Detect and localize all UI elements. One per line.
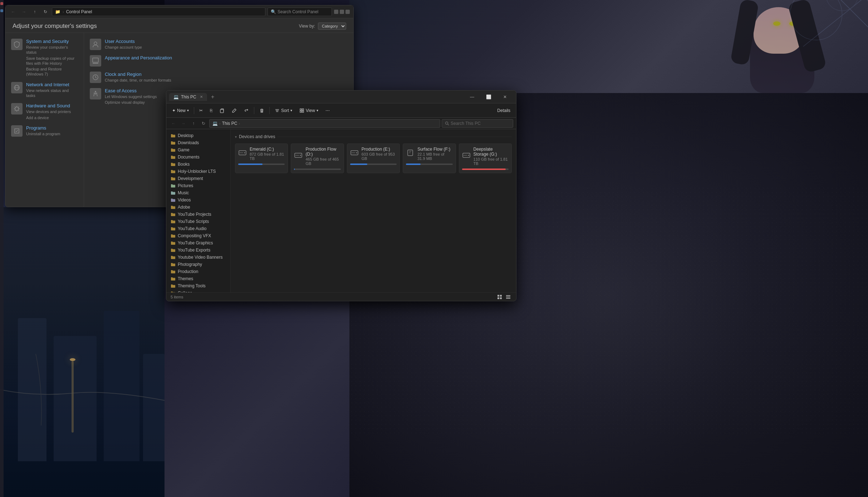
view-button[interactable]: View ▾ (296, 107, 321, 114)
search-icon: 🔍 (271, 9, 276, 14)
more-button[interactable]: ⋯ (323, 107, 333, 114)
sidebar-item-youtube-graphics[interactable]: YouTube Graphics (166, 239, 230, 247)
system-security-desc1: Review your computer's status (26, 45, 78, 55)
fe-search-box[interactable]: Search This PC (442, 119, 513, 128)
sidebar-item-videos[interactable]: Videos (166, 196, 230, 204)
sidebar-item-books[interactable]: Books (166, 161, 230, 168)
sidebar-item-youtube-audio[interactable]: YouTube Audio (166, 225, 230, 232)
svg-rect-40 (506, 298, 510, 299)
sidebar-item-game[interactable]: Game (166, 146, 230, 154)
folder-icon (171, 140, 176, 145)
delete-icon (259, 108, 264, 113)
view-icon (299, 108, 304, 113)
fe-maximize-button[interactable]: ⬜ (480, 91, 497, 103)
sidebar-item-youtube-scripts[interactable]: YouTube Scripts (166, 218, 230, 225)
viewby-label: View by: (299, 24, 315, 29)
cut-button[interactable]: ✂ (196, 107, 206, 114)
minimize-button[interactable] (334, 10, 338, 14)
copy-button[interactable]: ⎘ (207, 107, 215, 114)
fe-address-bar[interactable]: 💻 › This PC › (209, 119, 440, 128)
network-title[interactable]: Network and Internet (26, 82, 78, 87)
sidebar-item-compositing-vfx[interactable]: Compositing VFX (166, 232, 230, 239)
programs-icon (11, 125, 23, 137)
sidebar-item-downloads[interactable]: Downloads (166, 139, 230, 146)
sidebar-item-youtube-exports[interactable]: YouTube Exports (166, 247, 230, 254)
sidebar-item-documents[interactable]: Documents (166, 154, 230, 161)
cp-address-bar[interactable]: 📁 › Control Panel (52, 8, 265, 16)
sidebar-item-holy-unblocker-lts[interactable]: Holy-Unblocker LTS (166, 168, 230, 175)
drive-item-emerald--c--[interactable]: Emerald (C:) 872 GB free of 1.81 TB (235, 143, 288, 173)
new-tab-button[interactable]: + (209, 93, 216, 101)
system-security-desc3: Backup and Restore (Windows 7) (26, 67, 78, 77)
taskbar-icon-1[interactable] (0, 2, 3, 5)
forward-button[interactable]: → (20, 8, 28, 15)
fe-tab-this-pc[interactable]: 💻 This PC ✕ (169, 93, 207, 101)
drive-item-surface-flow--f--[interactable]: Surface Flow (F:) 22.1 MB free of 31.9 M… (403, 143, 456, 173)
drive-bar-bg (238, 164, 285, 165)
sidebar-item-youtube-video-banners[interactable]: Youtube Video Banners (166, 254, 230, 261)
svg-rect-18 (302, 111, 304, 112)
new-button[interactable]: ✦ New ▾ (169, 107, 192, 114)
refresh-button[interactable]: ↻ (41, 8, 50, 15)
sidebar-item-photography[interactable]: Photography (166, 261, 230, 268)
sidebar-item-production[interactable]: Production (166, 268, 230, 275)
svg-rect-14 (220, 109, 224, 113)
fe-tab-close-button[interactable]: ✕ (200, 95, 203, 99)
grid-view-button[interactable] (496, 293, 503, 301)
sidebar-item-youtube-projects[interactable]: YouTube Projects (166, 211, 230, 218)
folder-icon (171, 162, 176, 167)
sidebar-item-theming-tools[interactable]: Theming Tools (166, 282, 230, 289)
back-button[interactable]: ← (9, 8, 18, 15)
fe-up-button[interactable]: ↑ (189, 119, 198, 128)
drive-item-deepslate-storage--g--[interactable]: Deepslate Storage (G:) 110 GB free of 1.… (459, 143, 512, 173)
up-button[interactable]: ↑ (30, 8, 39, 15)
hardware-title[interactable]: Hardware and Sound (26, 103, 71, 108)
appearance-title[interactable]: Appearance and Personalization (105, 55, 172, 60)
sidebar-item-adobe[interactable]: Adobe (166, 204, 230, 211)
svg-rect-36 (497, 297, 499, 299)
drive-bar-bg (350, 164, 397, 165)
fe-search-icon (445, 121, 449, 126)
drive-item-production--e--[interactable]: Production (E:) 603 GB free of 953 GB (347, 143, 400, 173)
paste-button[interactable] (217, 107, 227, 114)
sidebar-item-themes[interactable]: Themes (166, 275, 230, 282)
sidebar-item-music[interactable]: Music (166, 189, 230, 196)
user-accounts-title[interactable]: User Accounts (105, 39, 142, 44)
drive-name: Deepslate Storage (G:) (474, 147, 509, 157)
share-button[interactable] (241, 107, 252, 114)
fe-close-button[interactable]: ✕ (497, 91, 513, 103)
programs-title[interactable]: Programs (26, 125, 60, 131)
fe-refresh-button[interactable]: ↻ (199, 119, 208, 128)
fe-back-button[interactable]: ← (169, 119, 178, 128)
toolbar-separator-3 (269, 107, 270, 114)
drive-bar-fill (238, 164, 263, 165)
drive-item-production-flow--d--[interactable]: Production Flow (D:) 465 GB free of 465 … (291, 143, 344, 173)
list-view-button[interactable] (505, 293, 512, 301)
maximize-button[interactable] (340, 10, 344, 14)
fe-minimize-button[interactable]: — (464, 91, 480, 103)
sidebar-item-pictures[interactable]: Pictures (166, 182, 230, 189)
folder-icon (171, 276, 176, 281)
taskbar[interactable] (0, 0, 4, 497)
viewby-select[interactable]: Category (318, 23, 346, 30)
clock-title[interactable]: Clock and Region (105, 72, 171, 77)
cp-search-box[interactable]: 🔍 Search Control Panel (268, 8, 332, 16)
cut-icon: ✂ (199, 108, 203, 113)
delete-button[interactable] (256, 107, 267, 114)
fe-forward-button[interactable]: → (179, 119, 188, 128)
folder-icon (171, 198, 176, 203)
close-button[interactable] (345, 10, 350, 14)
svg-rect-35 (500, 295, 502, 297)
sort-button[interactable]: Sort ▾ (272, 107, 295, 114)
system-security-icon (11, 39, 23, 50)
details-button[interactable]: Details (494, 107, 513, 114)
svg-line-20 (448, 124, 449, 125)
sidebar-item-development[interactable]: Development (166, 175, 230, 182)
taskbar-icon-2[interactable] (0, 9, 3, 12)
fe-window-controls: — ⬜ ✕ (464, 91, 513, 103)
system-security-title[interactable]: System and Security (26, 39, 78, 44)
sidebar-item-college[interactable]: College (166, 289, 230, 292)
rename-button[interactable] (229, 107, 240, 114)
ease-access-title[interactable]: Ease of Access (105, 88, 157, 93)
sidebar-item-desktop[interactable]: Desktop (166, 132, 230, 139)
